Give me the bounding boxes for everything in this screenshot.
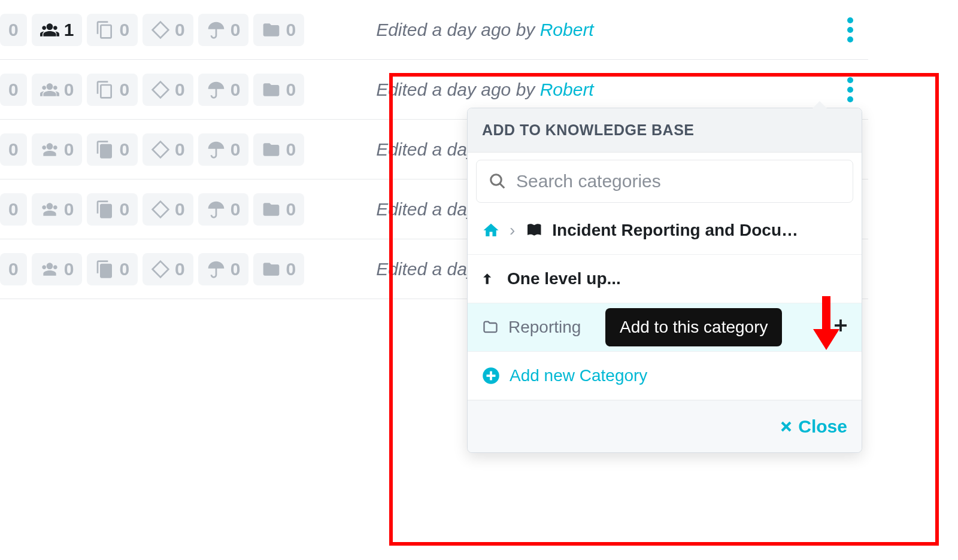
umbrella-badge: 0 xyxy=(198,74,249,106)
copy-icon xyxy=(95,260,114,279)
more-actions-button[interactable] xyxy=(847,17,853,42)
plus-circle-icon xyxy=(482,367,500,385)
umbrella-icon xyxy=(207,140,226,159)
diamond-icon xyxy=(151,260,170,279)
copy-icon xyxy=(95,200,114,219)
author-link[interactable]: Robert xyxy=(540,20,594,39)
category-item-reporting[interactable]: Reporting Add to this category xyxy=(468,303,862,352)
users-icon xyxy=(40,80,59,99)
views-badge: 0 xyxy=(0,14,27,46)
search-categories-input[interactable] xyxy=(516,171,841,191)
breadcrumb: › Incident Reporting and Docu… xyxy=(468,210,862,254)
edited-text: Edited a day ago by Robert xyxy=(328,20,832,40)
add-to-category-button[interactable] xyxy=(832,315,850,340)
author-link[interactable]: Robert xyxy=(540,80,594,99)
add-to-kb-popover: ADD TO KNOWLEDGE BASE › Incident Reporti… xyxy=(467,108,862,453)
umbrella-badge: 0 xyxy=(198,14,249,46)
views-badge: 0 xyxy=(0,74,27,106)
umbrella-icon xyxy=(207,80,226,99)
users-icon xyxy=(40,20,59,39)
diamond-icon xyxy=(151,200,170,219)
users-badge: 0 xyxy=(32,133,83,166)
users-icon xyxy=(40,140,59,159)
users-icon xyxy=(40,200,59,219)
edited-text: Edited a day ago by Robert xyxy=(328,80,832,100)
badge-group: 0 0 0 0 0 0 xyxy=(0,133,328,166)
copies-badge: 0 xyxy=(87,14,138,46)
views-badge: 0 xyxy=(0,253,27,285)
folder-badge: 0 xyxy=(253,133,304,166)
copies-badge: 0 xyxy=(87,253,138,285)
level-up-icon xyxy=(482,271,498,287)
users-badge: 0 xyxy=(32,74,83,106)
add-new-category-item[interactable]: Add new Category xyxy=(468,352,862,400)
badge-group: 0 1 0 0 xyxy=(0,14,328,46)
users-badge: 0 xyxy=(32,193,83,226)
umbrella-badge: 0 xyxy=(198,193,249,226)
chevron-right-icon: › xyxy=(510,221,515,240)
badge-group: 0 0 0 0 0 0 xyxy=(0,74,328,106)
copies-badge: 0 xyxy=(87,133,138,166)
umbrella-icon xyxy=(207,200,226,219)
diamond-badge: 0 xyxy=(143,253,193,285)
umbrella-badge: 0 xyxy=(198,253,249,285)
folder-badge: 0 xyxy=(253,193,304,226)
users-icon xyxy=(40,260,59,279)
folder-badge: 0 xyxy=(253,253,304,285)
umbrella-icon xyxy=(207,20,226,39)
folder-badge: 0 xyxy=(253,14,304,46)
level-up-item[interactable]: One level up... xyxy=(468,255,862,303)
more-actions-button[interactable] xyxy=(847,77,853,102)
svg-point-0 xyxy=(491,175,502,185)
copies-badge: 0 xyxy=(87,193,138,226)
close-button[interactable]: Close xyxy=(779,416,847,437)
folder-badge: 0 xyxy=(253,74,304,106)
badge-group: 0 0 0 0 0 0 xyxy=(0,253,328,285)
diamond-icon xyxy=(151,80,170,99)
diamond-icon xyxy=(151,20,170,39)
popover-title: ADD TO KNOWLEDGE BASE xyxy=(468,108,862,153)
folder-icon xyxy=(262,20,281,39)
folder-icon xyxy=(262,140,281,159)
search-categories-input-wrap[interactable] xyxy=(476,160,853,203)
views-badge: 0 xyxy=(0,193,27,226)
breadcrumb-current[interactable]: Incident Reporting and Docu… xyxy=(552,221,798,240)
copy-icon xyxy=(95,80,114,99)
diamond-badge: 0 xyxy=(143,14,193,46)
diamond-badge: 0 xyxy=(143,133,193,166)
umbrella-badge: 0 xyxy=(198,133,249,166)
folder-icon xyxy=(262,200,281,219)
close-icon xyxy=(779,419,793,434)
users-badge: 1 xyxy=(32,14,83,46)
diamond-badge: 0 xyxy=(143,74,193,106)
umbrella-icon xyxy=(207,260,226,279)
diamond-icon xyxy=(151,140,170,159)
badge-group: 0 0 0 0 0 0 xyxy=(0,193,328,226)
search-icon xyxy=(489,172,507,190)
copies-badge: 0 xyxy=(87,74,138,106)
folder-outline-icon xyxy=(482,319,499,336)
diamond-badge: 0 xyxy=(143,193,193,226)
users-badge: 0 xyxy=(32,253,83,285)
copy-icon xyxy=(95,140,114,159)
list-row: 0 1 0 0 xyxy=(0,0,868,60)
copy-icon xyxy=(95,20,114,39)
home-icon[interactable] xyxy=(482,221,500,239)
views-badge: 0 xyxy=(0,133,27,166)
add-to-category-tooltip: Add to this category xyxy=(605,308,782,346)
book-icon xyxy=(525,221,542,239)
folder-icon xyxy=(262,80,281,99)
folder-icon xyxy=(262,260,281,279)
svg-line-1 xyxy=(500,184,505,188)
